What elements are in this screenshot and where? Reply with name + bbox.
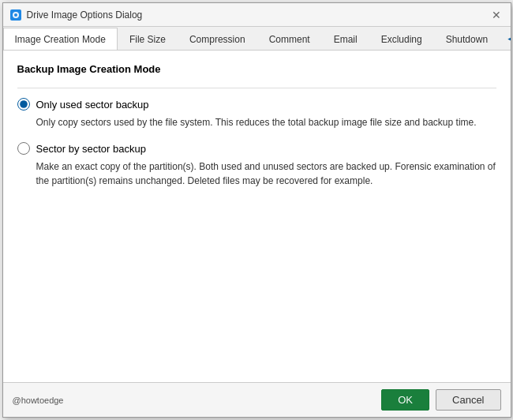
footer-buttons: OK Cancel — [381, 389, 500, 411]
close-button[interactable]: ✕ — [489, 9, 504, 21]
ok-button[interactable]: OK — [381, 389, 429, 411]
option-row-2: Sector by sector backup — [17, 142, 496, 155]
label-only-used-sector[interactable]: Only used sector backup — [36, 99, 149, 111]
svg-point-2 — [14, 13, 17, 17]
cancel-button[interactable]: Cancel — [436, 389, 500, 411]
desc-sector-by-sector: Make an exact copy of the partition(s). … — [36, 159, 496, 188]
label-sector-by-sector[interactable]: Sector by sector backup — [36, 143, 146, 155]
tab-bar: Image Creation Mode File Size Compressio… — [3, 27, 511, 51]
radio-only-used-sector[interactable] — [17, 98, 30, 111]
content-area: Backup Image Creation Mode Only used sec… — [3, 51, 511, 382]
title-bar: Drive Image Options Dialog ✕ — [3, 3, 511, 27]
title-bar-left: Drive Image Options Dialog — [9, 9, 143, 21]
section-title: Backup Image Creation Mode — [17, 63, 496, 75]
footer: @howtoedge OK Cancel — [3, 382, 511, 417]
tab-more-button[interactable]: ◄Pas — [500, 28, 510, 51]
option-group-2: Sector by sector backup Make an exact co… — [17, 142, 496, 188]
option-group-1: Only used sector backup Only copy sector… — [17, 98, 496, 129]
tab-email[interactable]: Email — [322, 28, 369, 51]
tab-image-creation-mode[interactable]: Image Creation Mode — [3, 28, 118, 51]
tab-compression[interactable]: Compression — [178, 28, 257, 51]
tab-comment[interactable]: Comment — [257, 28, 322, 51]
tab-file-size[interactable]: File Size — [118, 28, 178, 51]
tab-excluding[interactable]: Excluding — [369, 28, 434, 51]
app-icon — [9, 9, 22, 21]
dialog-window: Drive Image Options Dialog ✕ Image Creat… — [2, 2, 511, 418]
dialog-title: Drive Image Options Dialog — [27, 9, 143, 21]
desc-only-used-sector: Only copy sectors used by the file syste… — [36, 115, 496, 129]
option-row-1: Only used sector backup — [17, 98, 496, 111]
brand-label: @howtoedge — [13, 396, 64, 405]
radio-sector-by-sector[interactable] — [17, 142, 30, 155]
divider — [17, 88, 496, 88]
tab-shutdown[interactable]: Shutdown — [434, 28, 500, 51]
